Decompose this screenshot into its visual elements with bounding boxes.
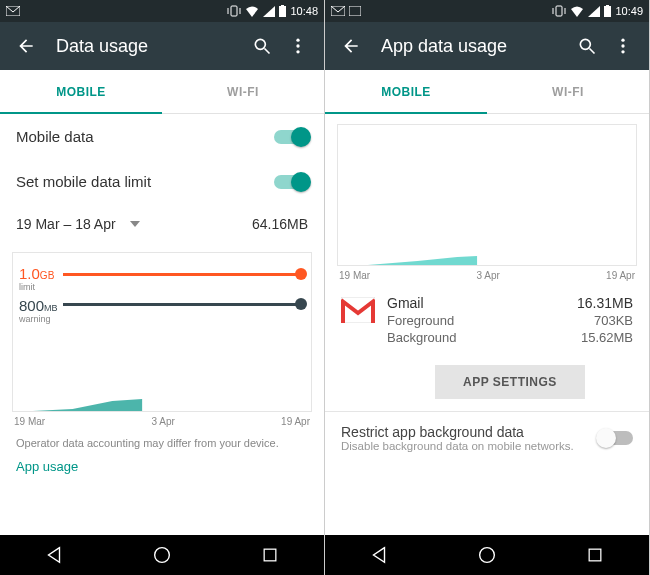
search-button[interactable]: [569, 28, 605, 64]
bg-label: Background: [387, 330, 456, 345]
content: Mobile data Set mobile data limit 19 Mar…: [0, 114, 324, 535]
tab-mobile[interactable]: MOBILE: [325, 70, 487, 113]
svg-point-21: [580, 39, 590, 49]
tab-wifi[interactable]: WI-FI: [487, 70, 649, 113]
svg-rect-29: [589, 549, 601, 561]
wifi-icon: [570, 6, 584, 17]
limit-slider[interactable]: [63, 273, 301, 276]
svg-rect-1: [231, 6, 237, 16]
svg-rect-20: [606, 5, 609, 6]
tab-wifi[interactable]: WI-FI: [162, 70, 324, 113]
restrict-subtitle: Disable background data on mobile networ…: [341, 440, 574, 452]
svg-point-8: [296, 39, 299, 42]
nav-back-button[interactable]: [34, 535, 74, 575]
bg-value: 15.62MB: [581, 330, 633, 345]
status-bar: 10:49: [325, 0, 649, 22]
tab-mobile[interactable]: MOBILE: [0, 70, 162, 113]
tabs: MOBILE WI-FI: [0, 70, 324, 114]
svg-marker-26: [368, 256, 477, 265]
gmail-icon: [341, 297, 375, 323]
app-bar: Data usage: [0, 22, 324, 70]
svg-rect-13: [264, 549, 276, 561]
usage-chart: [337, 124, 637, 266]
status-time: 10:48: [290, 5, 318, 17]
tabs: MOBILE WI-FI: [325, 70, 649, 114]
svg-rect-5: [281, 5, 284, 6]
app-usage-link[interactable]: App usage: [0, 453, 324, 488]
overflow-menu-button[interactable]: [280, 28, 316, 64]
screenshot-notif-icon: [349, 6, 361, 16]
content: 19 Mar3 Apr19 Apr Gmail16.31MB Foregroun…: [325, 114, 649, 535]
phone-left: 10:48 Data usage MOBILE WI-FI Mobile dat…: [0, 0, 325, 575]
app-settings-button[interactable]: APP SETTINGS: [435, 365, 585, 399]
wifi-icon: [245, 6, 259, 17]
fg-label: Foreground: [387, 313, 454, 328]
svg-point-25: [621, 50, 624, 53]
set-limit-label: Set mobile data limit: [16, 173, 151, 190]
set-limit-toggle[interactable]: [274, 175, 308, 189]
page-title: Data usage: [56, 36, 244, 57]
phone-right: 10:49 App data usage MOBILE WI-FI 19 Mar…: [325, 0, 650, 575]
mobile-data-row[interactable]: Mobile data: [0, 114, 324, 159]
total-usage-value: 64.16MB: [252, 216, 308, 232]
set-limit-row[interactable]: Set mobile data limit: [0, 159, 324, 204]
svg-line-22: [590, 49, 595, 54]
chart-xaxis: 19 Mar3 Apr19 Apr: [339, 270, 635, 281]
gmail-notif-icon: [331, 6, 345, 16]
gmail-notif-icon: [6, 6, 20, 16]
chart-area: [13, 389, 311, 411]
app-total: 16.31MB: [577, 295, 633, 311]
nav-recents-button[interactable]: [250, 535, 290, 575]
svg-point-10: [296, 50, 299, 53]
svg-marker-11: [33, 399, 142, 411]
page-title: App data usage: [381, 36, 569, 57]
restrict-title: Restrict app background data: [341, 424, 574, 440]
restrict-row[interactable]: Restrict app background data Disable bac…: [325, 411, 649, 464]
fg-value: 703KB: [594, 313, 633, 328]
footer-note: Operator data accounting may differ from…: [0, 427, 324, 453]
date-range-label: 19 Mar – 18 Apr: [16, 216, 116, 232]
restrict-toggle[interactable]: [599, 431, 633, 445]
nav-recents-button[interactable]: [575, 535, 615, 575]
nav-bar: [0, 535, 324, 575]
svg-point-23: [621, 39, 624, 42]
nav-bar: [325, 535, 649, 575]
svg-point-28: [480, 548, 495, 563]
svg-rect-15: [349, 6, 361, 16]
svg-point-6: [255, 39, 265, 49]
status-time: 10:49: [615, 5, 643, 17]
date-range-row[interactable]: 19 Mar – 18 Apr 64.16MB: [0, 204, 324, 244]
search-button[interactable]: [244, 28, 280, 64]
chevron-down-icon: [130, 221, 140, 227]
mobile-data-label: Mobile data: [16, 128, 94, 145]
app-name: Gmail: [387, 295, 424, 311]
nav-back-button[interactable]: [359, 535, 399, 575]
mobile-data-toggle[interactable]: [274, 130, 308, 144]
svg-point-24: [621, 44, 624, 47]
status-bar: 10:48: [0, 0, 324, 22]
svg-rect-27: [341, 297, 375, 323]
svg-point-9: [296, 44, 299, 47]
back-button[interactable]: [333, 28, 369, 64]
svg-line-7: [265, 49, 270, 54]
cell-signal-icon: [588, 6, 600, 17]
chart-area: [338, 243, 636, 265]
app-bar: App data usage: [325, 22, 649, 70]
vibrate-icon: [227, 5, 241, 17]
warning-slider[interactable]: [63, 303, 301, 306]
usage-chart: 1.0GB limit 800MB warning: [12, 252, 312, 412]
battery-icon: [279, 5, 286, 17]
warning-label: 800MB warning: [19, 297, 58, 324]
svg-rect-4: [279, 6, 286, 17]
chart-xaxis: 19 Mar3 Apr19 Apr: [14, 416, 310, 427]
app-row: Gmail16.31MB Foreground703KB Background1…: [325, 281, 649, 355]
limit-label: 1.0GB limit: [19, 265, 54, 292]
cell-signal-icon: [263, 6, 275, 17]
svg-rect-16: [556, 6, 562, 16]
nav-home-button[interactable]: [142, 535, 182, 575]
svg-rect-19: [604, 6, 611, 17]
back-button[interactable]: [8, 28, 44, 64]
nav-home-button[interactable]: [467, 535, 507, 575]
overflow-menu-button[interactable]: [605, 28, 641, 64]
vibrate-icon: [552, 5, 566, 17]
